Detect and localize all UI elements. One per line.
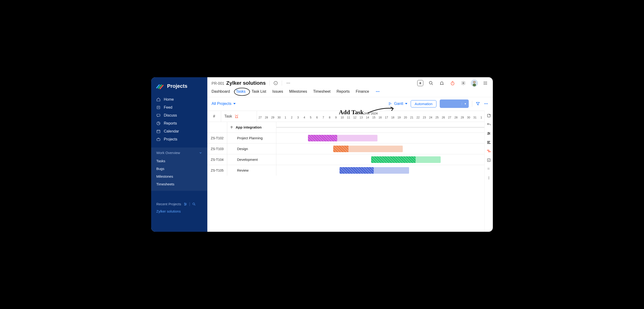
day-cell: 23: [421, 116, 428, 119]
search-icon[interactable]: [192, 202, 196, 206]
chart-icon: [156, 121, 160, 126]
svg-point-34: [487, 103, 488, 104]
day-cell: 14: [364, 116, 371, 119]
info-icon[interactable]: [273, 81, 278, 86]
group-name: App integration: [236, 125, 262, 129]
day-cell: 18: [390, 116, 396, 119]
undo-icon[interactable]: [487, 122, 491, 127]
critical-path-icon[interactable]: [487, 149, 491, 153]
bell-icon: [440, 81, 444, 86]
tab-tasks[interactable]: Tasks: [236, 90, 246, 94]
gantt-bar[interactable]: [340, 167, 409, 174]
settings-button[interactable]: [460, 80, 466, 86]
tab-issues[interactable]: Issues: [272, 90, 283, 94]
day-cell: 11: [346, 116, 352, 119]
day-cell: 1: [478, 116, 484, 119]
tab-timesheet[interactable]: Timesheet: [313, 90, 330, 94]
day-cell: 31: [472, 116, 478, 119]
svg-point-29: [376, 91, 377, 92]
day-cell: 12: [352, 116, 358, 119]
annotation-circle: [234, 88, 250, 96]
tab-tasklist[interactable]: Task List: [252, 90, 266, 94]
day-cell: 25: [434, 116, 440, 119]
primary-nav: Home Feed Discuss Reports Calendar Proje…: [151, 94, 207, 144]
sliders-icon[interactable]: [184, 202, 187, 206]
day-cell: 10: [339, 116, 346, 119]
recent-project-link[interactable]: Zylker solutions: [151, 208, 207, 214]
nav-feed[interactable]: Feed: [151, 104, 207, 112]
tab-finance[interactable]: Finance: [356, 90, 369, 94]
more-icon[interactable]: [286, 80, 291, 86]
filter-icon[interactable]: [476, 101, 480, 106]
day-cell: 28: [263, 116, 270, 119]
search-icon: [429, 81, 434, 86]
gantt-bar[interactable]: [333, 146, 403, 152]
overview-bugs[interactable]: Bugs: [151, 165, 207, 172]
today-icon[interactable]: [487, 158, 491, 162]
task-name[interactable]: Project Planning: [227, 133, 276, 143]
svg-point-13: [430, 82, 432, 84]
svg-point-24: [485, 83, 486, 84]
more-tabs-icon[interactable]: [375, 89, 380, 94]
view-selector[interactable]: Gantt: [388, 102, 408, 106]
calendar-icon: [156, 129, 160, 134]
gantt-bar-progress: [371, 156, 416, 163]
search-button[interactable]: [428, 80, 434, 86]
task-id: ZS-T102: [207, 133, 227, 143]
project-name: Zylker solutions: [226, 80, 266, 86]
tab-dashboard[interactable]: Dashboard: [212, 90, 230, 94]
add-task-dropdown[interactable]: ▼: [462, 102, 469, 105]
overview-tasks[interactable]: Tasks: [151, 157, 207, 165]
svg-point-45: [488, 168, 488, 168]
sliders-icon[interactable]: [487, 131, 491, 136]
day-cell: 24: [428, 116, 434, 119]
recent-title: Recent Projects: [156, 202, 181, 206]
tab-reports[interactable]: Reports: [336, 90, 350, 94]
grid-icon: [483, 81, 488, 85]
svg-point-33: [486, 103, 486, 104]
apps-button[interactable]: [482, 80, 488, 86]
work-overview-header[interactable]: Work Overview: [151, 148, 207, 157]
nav-projects[interactable]: Projects: [151, 135, 207, 143]
svg-point-10: [287, 83, 287, 84]
all-projects-dropdown[interactable]: All Projects: [212, 101, 236, 106]
task-name[interactable]: Review: [227, 165, 276, 176]
section-title: Work Overview: [156, 151, 180, 155]
task-name[interactable]: Design: [227, 144, 276, 154]
gantt-bar[interactable]: [371, 156, 441, 163]
overview-milestones[interactable]: Milestones: [151, 172, 207, 180]
day-cell: 27: [257, 116, 263, 119]
svg-point-48: [488, 169, 489, 170]
gantt-bar-progress: [308, 135, 337, 142]
nav-calendar[interactable]: Calendar: [151, 127, 207, 135]
tab-milestones[interactable]: Milestones: [289, 90, 307, 94]
day-cell: 30: [276, 116, 282, 119]
overview-timesheets[interactable]: Timesheets: [151, 180, 207, 188]
svg-point-12: [289, 83, 290, 84]
more-toolbar-icon[interactable]: [484, 101, 488, 106]
avatar[interactable]: [471, 80, 478, 86]
kebab-icon[interactable]: [487, 176, 491, 180]
add-button[interactable]: +: [417, 80, 424, 86]
svg-point-49: [488, 176, 489, 177]
notifications-button[interactable]: [438, 80, 445, 86]
task-name[interactable]: Development: [227, 154, 276, 165]
nav-home[interactable]: Home: [151, 96, 207, 104]
svg-point-6: [186, 204, 186, 204]
grid-small-icon[interactable]: [487, 167, 491, 171]
nav-reports[interactable]: Reports: [151, 120, 207, 127]
svg-point-27: [485, 84, 486, 85]
svg-point-51: [488, 178, 489, 179]
expand-icon[interactable]: [487, 114, 491, 118]
gantt-icon: [388, 102, 392, 106]
svg-rect-43: [488, 152, 490, 152]
add-task-button[interactable]: ▼: [440, 100, 469, 108]
svg-point-22: [486, 82, 487, 82]
bars-icon[interactable]: [487, 140, 491, 144]
gantt-bar[interactable]: [308, 135, 378, 142]
timer-button[interactable]: [449, 80, 456, 86]
app-window: Projects Home Feed Discuss Reports Calen…: [151, 77, 493, 232]
day-cell: 28: [453, 116, 459, 119]
automation-button[interactable]: Automation: [411, 100, 436, 108]
nav-discuss[interactable]: Discuss: [151, 112, 207, 120]
